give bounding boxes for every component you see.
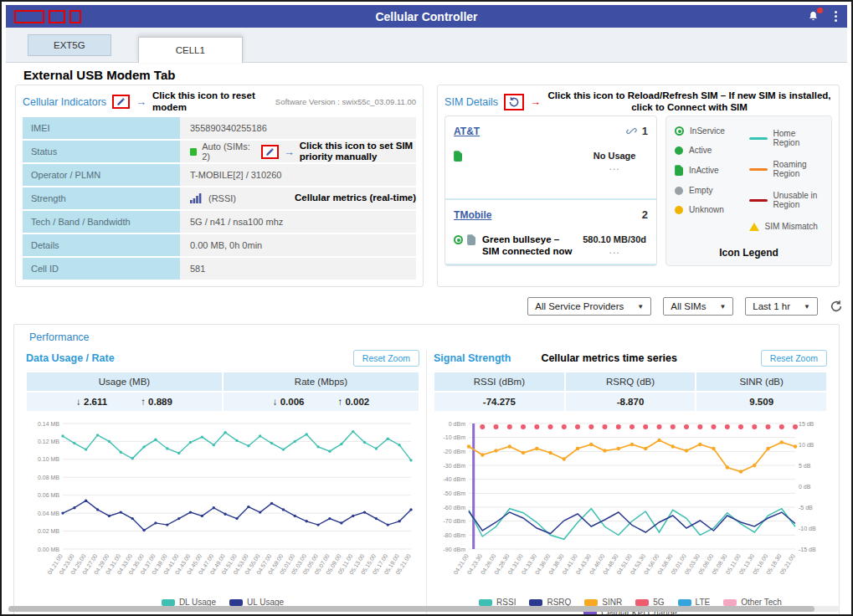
legend-chip — [584, 599, 598, 606]
region-line-icon — [749, 199, 768, 202]
svg-text:0 dBm: 0 dBm — [449, 421, 465, 427]
time-range-select[interactable]: Last 1 hr ▼ — [745, 297, 818, 316]
annotation-refresh-sim: Click this icon to Reload/Refresh SIM – … — [547, 90, 832, 113]
sim-more-button[interactable]: ... — [581, 244, 648, 256]
overflow-menu-button[interactable] — [833, 9, 839, 23]
svg-text:0.08 MB: 0.08 MB — [38, 475, 59, 480]
legend-label: SIM Mismatch — [765, 222, 818, 231]
legend-label: Active — [689, 146, 712, 155]
select-value: Last 1 hr — [753, 301, 790, 311]
sim-name-link[interactable]: AT&T — [454, 126, 480, 137]
svg-text:0.02 MB: 0.02 MB — [38, 528, 59, 534]
usage-download: ↓ 2.611 — [76, 397, 107, 407]
reset-modem-edit-icon[interactable] — [112, 95, 130, 109]
refresh-icon — [830, 300, 843, 313]
legend-label: InService — [690, 126, 725, 136]
svg-text:-10 dBm: -10 dBm — [444, 434, 466, 440]
legend-item: InService — [675, 126, 748, 136]
indicator-text: 355890340255186 — [190, 123, 267, 133]
annotation-sim-priority: Click this icon to set SIM priority manu… — [300, 141, 416, 163]
legend-item: Home Region — [749, 129, 823, 147]
status-dot-icon — [675, 206, 683, 214]
sim-entry: AT&T1No Usage... — [445, 116, 656, 200]
legend-chip — [529, 599, 542, 606]
svg-text:-15 dB: -15 dB — [799, 547, 816, 552]
sim-more-button[interactable]: ... — [581, 161, 648, 172]
arrow-right-icon: → — [530, 95, 541, 108]
bullseye-icon — [454, 235, 463, 244]
warning-triangle-icon — [749, 223, 759, 231]
svg-text:0.10 MB: 0.10 MB — [38, 456, 59, 462]
legend-item: InActive — [675, 165, 748, 176]
legend-label: Roaming Region — [773, 160, 823, 178]
bullseye-icon — [675, 126, 684, 136]
annotation-bullseye: Green bullseye – SIM connected now — [482, 234, 574, 257]
legend-chip — [229, 599, 243, 606]
service-provider-select[interactable]: All Service Providers ▼ — [527, 297, 651, 316]
chevron-down-icon: ▼ — [804, 303, 810, 311]
indicator-value: 5G / n41 / nsa100 mhz — [180, 211, 416, 233]
app-window: Cellular Controller EXT5G CELL1 External… — [0, 0, 853, 616]
notification-badge — [817, 8, 823, 13]
notifications-bell-icon[interactable] — [807, 10, 820, 23]
sinr-value: 9.509 — [696, 392, 827, 412]
panel-title: Cellular Indicators — [23, 96, 106, 108]
refresh-sim-button[interactable] — [504, 94, 524, 110]
annotation-page-heading: External USB Modem Tab — [23, 68, 851, 82]
panel-title: SIM Details — [444, 96, 498, 108]
annotation-cellular-metrics: Cellular metrics (real-time) — [295, 192, 416, 204]
reset-zoom-button[interactable]: Reset Zoom — [353, 350, 419, 367]
indicator-row: Strength(RSSI)Cellular metrics (real-tim… — [23, 187, 416, 209]
svg-text:-70 dBm: -70 dBm — [444, 518, 466, 524]
reset-zoom-button[interactable]: Reset Zoom — [761, 350, 827, 367]
legend-label: Empty — [689, 186, 712, 195]
data-usage-chart[interactable]: 0.14 MB0.12 MB0.10 MB0.08 MB0.06 MB0.04 … — [26, 415, 419, 596]
sim-priority-edit-icon[interactable] — [261, 145, 279, 159]
rate-upload: ↑ 0.002 — [338, 397, 370, 407]
status-dot-icon — [675, 146, 683, 155]
status-color-icon — [190, 148, 197, 156]
tab-ext5g[interactable]: EXT5G — [28, 34, 111, 56]
legend-chip — [635, 599, 649, 606]
filters-row: All Service Providers ▼ All SIMs ▼ Last … — [2, 297, 843, 316]
sim-name-link[interactable]: TMobile — [454, 209, 491, 221]
indicator-text: T-MOBILE[2] / 310260 — [190, 170, 281, 180]
region-line-icon — [749, 168, 768, 171]
redacted-logo — [14, 10, 81, 23]
stat-header: RSSI (dBm) — [434, 372, 565, 392]
indicator-label: Strength — [23, 187, 180, 209]
indicator-value: (RSSI)Cellular metrics (real-time) — [180, 187, 416, 209]
stat-value: ↓ 0.006 ↑ 0.002 — [223, 392, 419, 412]
app-header: Cellular Controller — [6, 5, 847, 28]
sim-card-icon — [467, 234, 475, 245]
horizontal-scrollbar[interactable] — [8, 606, 840, 612]
svg-text:-60 dBm: -60 dBm — [444, 505, 466, 511]
legend-item: Active — [675, 146, 748, 155]
stat-header: SINR (dB) — [696, 372, 827, 392]
sim-details-panel: SIM Details → Click this icon to Reload/… — [437, 85, 840, 287]
signal-strength-chart[interactable]: 0 dBm-10 dBm-20 dBm-30 dBm-40 dBm-50 dBm… — [434, 415, 827, 596]
sim-card-icon — [675, 165, 683, 176]
svg-text:0.14 MB: 0.14 MB — [38, 421, 59, 427]
tab-cell1[interactable]: CELL1 — [138, 37, 243, 63]
svg-text:0 dB: 0 dB — [799, 484, 811, 490]
refresh-charts-button[interactable] — [830, 300, 843, 313]
legend-item: SIM Mismatch — [749, 222, 823, 231]
pencil-icon — [265, 147, 275, 157]
svg-text:0.12 MB: 0.12 MB — [38, 439, 59, 444]
legend-item: Unusable in Region — [749, 191, 823, 209]
indicator-text: 581 — [190, 264, 205, 274]
indicator-row: Cell ID581 — [23, 258, 416, 280]
legend-label: InActive — [689, 166, 719, 175]
indicator-label: Cell ID — [23, 258, 180, 280]
stat-value: ↓ 2.611 ↑ 0.889 — [26, 392, 223, 412]
indicator-label: Operator / PLMN — [23, 164, 180, 186]
svg-text:-40 dBm: -40 dBm — [444, 476, 466, 482]
indicator-label: IMEI — [23, 117, 180, 139]
annotation-time-series: Cellular metrics time series — [541, 352, 677, 364]
scrollbar-thumb[interactable] — [8, 606, 814, 612]
sims-select[interactable]: All SIMs ▼ — [663, 297, 733, 316]
cellular-indicators-panel: Cellular Indicators → Click this icon to… — [15, 85, 424, 287]
indicator-row: Operator / PLMNT-MOBILE[2] / 310260 — [23, 164, 416, 186]
status-dot-icon — [675, 187, 683, 195]
